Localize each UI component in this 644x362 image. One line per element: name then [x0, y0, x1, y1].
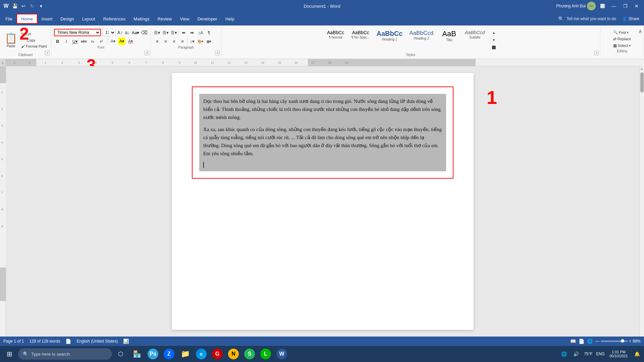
taskbar-files[interactable]: 📁 [178, 347, 193, 361]
menu-view[interactable]: View [176, 14, 193, 24]
zoom-in-btn[interactable]: + [629, 339, 631, 344]
menu-developer[interactable]: Developer [193, 14, 221, 24]
weather-icon[interactable]: 75°F [583, 349, 593, 359]
read-mode-icon[interactable]: 📖 [570, 339, 576, 344]
highlight-color-btn[interactable]: A▾ [118, 38, 125, 45]
share-button[interactable]: 👤 Share [619, 15, 643, 22]
zoom-out-btn[interactable]: — [595, 339, 599, 344]
align-justify-btn[interactable]: ≡ [179, 38, 186, 45]
show-formatting-btn[interactable]: ¶ [205, 29, 213, 36]
sort-btn[interactable]: ↕A [197, 29, 204, 36]
font-expand-btn[interactable]: ↗ [145, 51, 149, 55]
taskbar-edge[interactable]: e [194, 347, 209, 361]
language-indicator[interactable]: ENG [595, 349, 605, 359]
menu-help[interactable]: Help [221, 14, 238, 24]
volume-icon[interactable]: 🔊 [571, 349, 581, 359]
taskbar-word[interactable]: W [274, 347, 289, 361]
taskbar-search-box[interactable]: 🔍 Type here to search [18, 348, 112, 360]
web-layout-icon[interactable]: 🌐 [587, 339, 593, 344]
notification-button[interactable]: 🔔 [632, 349, 642, 359]
bold-button[interactable]: B [54, 38, 61, 45]
menu-file[interactable]: File [1, 14, 16, 24]
close-button[interactable]: ✕ [632, 1, 641, 11]
print-layout-icon[interactable]: 📄 [579, 339, 584, 344]
bullets-btn[interactable]: ☰▾ [154, 29, 161, 36]
align-left-btn[interactable]: ≡ [154, 38, 161, 45]
numbering-btn[interactable]: ☰▾ [162, 29, 169, 36]
maximize-button[interactable]: ❐ [621, 1, 630, 11]
taskbar-acrobat[interactable]: G [210, 347, 225, 361]
user-avatar[interactable]: Phương Anh Bùi PA [556, 2, 596, 10]
menu-design[interactable]: Design [56, 14, 78, 24]
menu-insert[interactable]: Insert [38, 14, 57, 24]
styles-scroll-up[interactable]: ▲ [490, 29, 497, 36]
find-button[interactable]: 🔍 Find ▾ [612, 29, 632, 35]
strikethrough-button[interactable]: abc [80, 38, 88, 45]
ribbon-collapse-btn[interactable]: ∧ [638, 28, 642, 35]
search-placeholder[interactable]: Tell me what you want to do [567, 16, 616, 21]
start-button[interactable]: ⊞ [2, 347, 17, 361]
ribbon-display-btn[interactable]: ⬜ [598, 1, 607, 11]
font-name-select[interactable]: Times New Roma [54, 29, 101, 36]
increase-indent-btn[interactable]: ➡ [189, 29, 196, 36]
text-effect-btn[interactable]: A▾ [109, 38, 117, 45]
scroll-up-arrow[interactable]: ▲ [640, 66, 644, 71]
style-nospace[interactable]: AaBbCc ¶ No Spac... [349, 29, 373, 41]
taskbar-store-icon[interactable]: 🏪 [129, 347, 144, 361]
borders-btn[interactable]: ▦▾ [205, 38, 213, 45]
select-button[interactable]: ▦ Select ▾ [612, 43, 632, 49]
menu-references[interactable]: References [99, 14, 129, 24]
styles-expand-btn[interactable]: ↗ [594, 51, 599, 55]
change-case-btn[interactable]: Aa▾ [132, 29, 139, 36]
menu-home[interactable]: Home [16, 14, 38, 24]
taskbar-line[interactable]: L [258, 347, 273, 361]
undo-icon[interactable]: ↩ [20, 3, 27, 9]
multilevel-btn[interactable]: ☰▾ [170, 29, 178, 36]
taskbar-notes[interactable]: N [226, 347, 241, 361]
quick-access-more-icon[interactable]: ▾ [38, 3, 44, 9]
taskbar-zalo[interactable]: Z [162, 347, 176, 361]
time-date-block[interactable]: 1:01 PM 05/10/2021 [607, 349, 630, 359]
network-icon[interactable]: 🌐 [559, 349, 569, 359]
minimize-button[interactable]: — [609, 1, 619, 11]
superscript-button[interactable]: x² [98, 38, 105, 45]
menu-layout[interactable]: Layout [78, 14, 99, 24]
style-subtitle[interactable]: AaBbCcd Subtitle [462, 29, 487, 41]
styles-scroll-down[interactable]: ▼ [490, 36, 497, 44]
font-size-select[interactable]: 13 [102, 29, 116, 36]
align-center-btn[interactable]: ≡ [162, 38, 169, 45]
menu-review[interactable]: Review [154, 14, 176, 24]
decrease-font-btn[interactable]: a↓ [124, 29, 130, 36]
zoom-level[interactable]: 98% [633, 339, 641, 344]
paragraph-expand-btn[interactable]: ↗ [215, 51, 220, 55]
menu-mailings[interactable]: Mailings [129, 14, 154, 24]
style-title[interactable]: AaB Title [437, 29, 461, 43]
font-color-btn[interactable]: A▾ [127, 38, 134, 45]
subscript-button[interactable]: x₂ [89, 38, 96, 45]
clipboard-expand-btn[interactable]: ↗ [45, 51, 50, 55]
align-right-btn[interactable]: ≡ [170, 38, 178, 45]
style-normal[interactable]: AaBbCc ¶ Normal [324, 29, 347, 41]
scroll-thumb[interactable] [640, 72, 644, 93]
paste-button[interactable]: 📋 Paste [3, 31, 19, 49]
shading-btn[interactable]: 🎨▾ [197, 38, 204, 45]
taskbar-spotify[interactable]: S [242, 347, 257, 361]
zoom-slider[interactable] [601, 341, 628, 342]
replace-button[interactable]: ⇄ Replace [612, 36, 632, 42]
language[interactable]: English (United States) [76, 339, 118, 344]
save-icon[interactable]: 💾 [11, 3, 18, 9]
italic-button[interactable]: I [63, 38, 70, 45]
decrease-indent-btn[interactable]: ⬅ [180, 29, 187, 36]
styles-more-btn[interactable]: ⬛ [490, 44, 497, 51]
format-paint-button[interactable]: 🖌 Format Paint [20, 44, 48, 49]
style-heading2[interactable]: AaBbCcd Heading 2 [407, 29, 436, 42]
increase-font-btn[interactable]: A↑ [117, 29, 123, 36]
clear-format-btn[interactable]: ⌫ [141, 29, 148, 36]
redo-icon[interactable]: ↻ [29, 3, 36, 9]
ruler-corner[interactable]: L [0, 59, 6, 66]
task-view-btn[interactable]: ⬡ [113, 347, 128, 361]
line-spacing-btn[interactable]: ↕▾ [189, 38, 196, 45]
taskbar-photoshop[interactable]: Ps [146, 347, 160, 361]
text-box[interactable]: Dọc theo hai bên bờ sông là hai hàng cây… [192, 86, 453, 179]
underline-button[interactable]: U▾ [71, 38, 79, 45]
